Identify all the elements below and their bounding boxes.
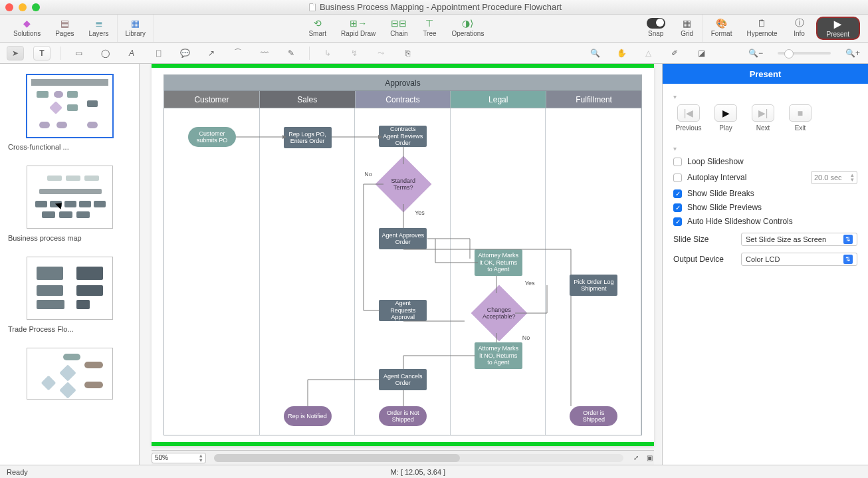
previews-checkbox[interactable]: ✓ [673, 203, 682, 212]
operations-button[interactable]: ◑⟩ Operations [446, 17, 489, 39]
zoom-slider[interactable] [778, 52, 831, 55]
expand-button-2[interactable]: ▣ [645, 451, 654, 465]
node-notified[interactable]: Rep is Notified [284, 406, 332, 426]
page-thumb-2[interactable] [27, 166, 113, 229]
connector-tool-1[interactable]: ↳ [319, 46, 336, 60]
rapid-draw-button[interactable]: ⊞→ Rapid Draw [336, 17, 381, 39]
output-select[interactable]: Color LCD ⇅ [741, 253, 857, 266]
page-thumb-3-label: Trade Process Flo... [8, 325, 132, 333]
node-attorney-ok[interactable]: Attorney Marks it OK, Returns to Agent [475, 249, 522, 276]
grid-toggle[interactable]: ▦ Grid [675, 17, 700, 39]
edge-no-1: No [364, 171, 372, 178]
status-bar: Ready M: [ 12.05, 3.64 ] [0, 465, 868, 478]
section-toggle-icon-2[interactable]: ▾ [673, 145, 857, 152]
interval-input[interactable]: 20.0 sec ▴▾ [811, 171, 857, 184]
lasso-tool[interactable]: △ [639, 46, 657, 60]
autohide-row: ✓ Auto Hide Slideshow Controls [673, 217, 857, 226]
node-standard-terms[interactable]: Standard Terms? [376, 156, 432, 213]
tree-icon: ⊤ [422, 18, 437, 29]
autoplay-label: Autoplay Interval [687, 173, 746, 182]
present-button[interactable]: ▶ Present [816, 17, 860, 40]
layers-button[interactable]: ≣ Layers [84, 17, 114, 39]
connector-tool-2[interactable]: ↯ [346, 46, 363, 60]
autohide-label: Auto Hide Slideshow Controls [687, 217, 793, 226]
page-thumb-3[interactable] [27, 257, 113, 320]
canvas-area: Approvals Customer Sales Contracts Legal… [140, 64, 662, 465]
node-rep[interactable]: Rep Logs PO, Enters Order [284, 127, 332, 148]
zoom-tool[interactable]: 🔍 [586, 46, 603, 60]
line-tool[interactable]: ↗ [203, 46, 220, 60]
hypernote-label: Hypernote [746, 30, 777, 37]
exit-button[interactable]: ■ Exit [785, 104, 815, 132]
node-approve[interactable]: Agent Approves Order [379, 228, 427, 249]
horizontal-scrollbar[interactable] [214, 454, 623, 462]
next-button[interactable]: ▶| Next [748, 104, 778, 132]
expand-button-1[interactable]: ⤢ [631, 451, 641, 465]
curve-tool[interactable]: 〰 [256, 46, 273, 60]
oval-tool[interactable]: ◯ [96, 46, 114, 60]
slide-size-select[interactable]: Set Slide Size as Screen ⇅ [741, 233, 857, 246]
pan-tool[interactable]: ✋ [613, 46, 630, 60]
loop-checkbox[interactable] [673, 158, 682, 166]
output-key: Output Device [673, 255, 734, 264]
arc-tool[interactable]: ⌒ [229, 46, 247, 60]
autoplay-checkbox[interactable] [673, 174, 682, 182]
node-request-approval[interactable]: Agent Requests Approval [379, 300, 427, 321]
clone-tool[interactable]: ⎘ [399, 46, 416, 60]
stop-icon: ■ [789, 104, 812, 122]
node-changes[interactable]: Changes Acceptable? [471, 285, 527, 342]
play-icon: ▶ [714, 104, 737, 122]
hypernote-button[interactable]: 🗒 Hypernote [741, 17, 782, 39]
node-attorney-no[interactable]: Attorney Marks it NO, Returns to Agent [475, 342, 522, 369]
callout-tool[interactable]: 💬 [176, 46, 193, 60]
textblock-tool[interactable]: ⎕ [150, 46, 167, 60]
zoom-combo[interactable]: 50% ▴▾ [152, 453, 206, 463]
format-label: Format [711, 30, 732, 37]
minimize-window-button[interactable] [19, 3, 27, 11]
rect-tool[interactable]: ▭ [70, 46, 87, 60]
titlebar: Business Process Mapping - Appointment P… [0, 0, 868, 15]
connector-tool-3[interactable]: ⤳ [372, 46, 389, 60]
node-review[interactable]: Contracts Agent Reviews Order [379, 126, 427, 147]
zoom-out-button[interactable]: 🔍− [747, 46, 764, 60]
breaks-checkbox[interactable]: ✓ [673, 189, 682, 198]
lane-customer: Customer submits PO [164, 108, 260, 435]
autohide-checkbox[interactable]: ✓ [673, 217, 682, 226]
previous-button[interactable]: |◀ Previous [673, 104, 704, 132]
eyedropper-tool[interactable]: ✐ [666, 46, 683, 60]
swimlane-heads: Customer Sales Contracts Legal Fulfillme… [164, 91, 641, 108]
marker-tool[interactable]: ✎ [282, 46, 300, 60]
pages-button[interactable]: ▤ Pages [50, 17, 79, 39]
page-thumb-4[interactable] [27, 348, 113, 400]
format-button[interactable]: 🎨 Format [706, 17, 738, 39]
info-icon: ⓘ [792, 18, 807, 29]
tree-button[interactable]: ⊤ Tree [417, 17, 442, 39]
swimlane-title: Approvals [164, 75, 641, 91]
node-shipped[interactable]: Order is Shipped [570, 406, 617, 426]
text-tool[interactable]: T [33, 46, 51, 60]
library-button[interactable]: ▦ Library [120, 17, 152, 39]
snap-toggle[interactable]: Snap [641, 17, 671, 39]
text-shape-tool[interactable]: A [123, 46, 140, 60]
close-window-button[interactable] [5, 3, 13, 11]
section-toggle-icon[interactable]: ▾ [673, 93, 857, 100]
node-not-shipped[interactable]: Order is Not Shipped [379, 406, 427, 426]
ops-icon: ◑⟩ [461, 18, 475, 29]
shape-toolbar: ➤ T ▭ ◯ A ⎕ 💬 ↗ ⌒ 〰 ✎ ↳ ↯ ⤳ ⎘ 🔍 ✋ △ ✐ ◪ … [0, 43, 868, 64]
chain-button[interactable]: ⊟⊟ Chain [385, 17, 413, 39]
solutions-button[interactable]: ◆ Solutions [8, 17, 46, 39]
node-start[interactable]: Customer submits PO [188, 127, 236, 147]
pointer-tool[interactable]: ➤ [7, 46, 24, 60]
zoom-window-button[interactable] [32, 3, 40, 11]
play-button[interactable]: ▶ Play [710, 104, 741, 132]
canvas[interactable]: Approvals Customer Sales Contracts Legal… [152, 64, 654, 446]
node-pick-order[interactable]: Pick Order Log Shipment [570, 275, 617, 296]
zoom-in-button[interactable]: 🔍+ [844, 46, 861, 60]
snap-label: Snap [648, 30, 663, 37]
info-button[interactable]: ⓘ Info [787, 17, 812, 39]
smart-button[interactable]: ⟲ Smart [303, 17, 332, 39]
grid-icon: ▦ [128, 18, 143, 29]
page-thumb-1[interactable] [27, 74, 113, 138]
eraser-tool[interactable]: ◪ [693, 46, 710, 60]
node-cancel[interactable]: Agent Cancels Order [379, 369, 427, 390]
